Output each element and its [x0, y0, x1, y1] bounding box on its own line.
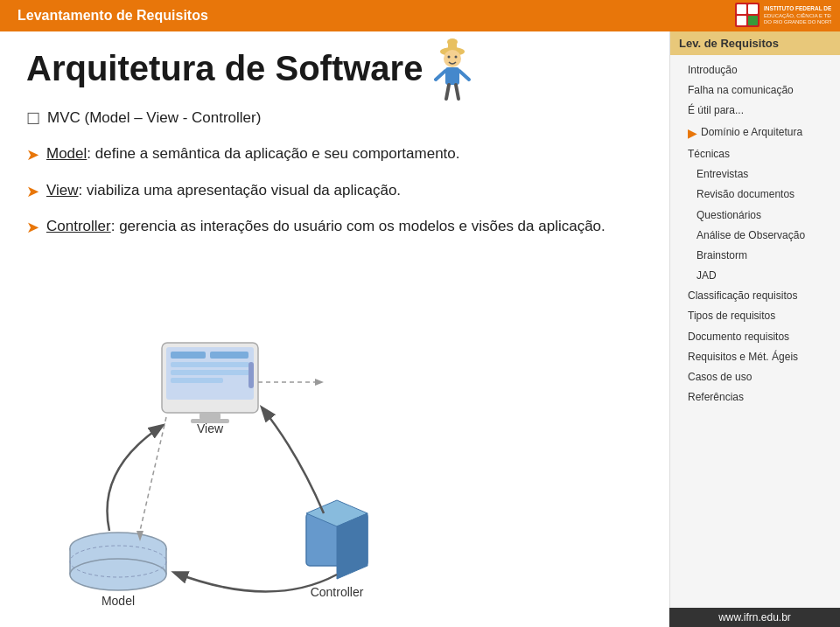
sidebar-item-jad[interactable]: JAD — [670, 266, 840, 286]
bullet-view-text: View: viabiliza uma apresentação visual … — [46, 182, 401, 199]
svg-rect-24 — [171, 370, 249, 375]
sidebar-nav: Introdução Falha na comunicação É útil p… — [670, 55, 840, 627]
mvc-diagram-area: View Controller Model — [26, 338, 446, 618]
sidebar-item-entrevistas[interactable]: Entrevistas — [670, 164, 840, 185]
svg-rect-21 — [171, 352, 206, 359]
sidebar-item-requisitos-ageis[interactable]: Requisitos e Mét. Ágeis — [670, 347, 840, 367]
sidebar-item-label: Revisão documentos — [696, 186, 794, 203]
sidebar-item-label: Entrevistas — [696, 166, 748, 183]
arrow-icon-view: ➤ — [26, 182, 39, 202]
ifrn-logo-icon: INSTITUTO FEDERAL DE EDUCAÇÃO, CIÊNCIA E… — [735, 3, 831, 29]
bullet-model-text: Model: define a semântica da aplicação e… — [46, 145, 460, 163]
page-title: Arquitetura de Software — [26, 49, 643, 87]
svg-rect-27 — [200, 413, 220, 420]
svg-line-40 — [140, 417, 166, 531]
bullet-controller: ➤ Controller: gerencia as interações do … — [26, 218, 643, 238]
top-bar-title: Levantamento de Requisitos — [18, 8, 208, 24]
sidebar-item-label: Documento requisitos — [688, 329, 789, 345]
left-content: Arquitetura de Software ☐ MVC (Model – V… — [0, 31, 669, 627]
sidebar-item-casos-uso[interactable]: Casos de uso — [670, 367, 840, 387]
svg-text:INSTITUTO FEDERAL DE: INSTITUTO FEDERAL DE — [764, 5, 831, 11]
sidebar-item-label: JAD — [696, 268, 717, 284]
svg-rect-22 — [210, 352, 248, 359]
character-figure — [429, 36, 477, 105]
svg-line-17 — [446, 85, 449, 99]
sidebar-item-dominio[interactable]: ▶ Domínio e Arquitetura — [670, 122, 840, 144]
mvc-diagram-svg: View Controller Model — [26, 338, 446, 610]
bullet-controller-text: Controller: gerencia as interações do us… — [46, 218, 606, 235]
sidebar-item-util[interactable]: É útil para... — [670, 101, 840, 121]
right-sidebar: Lev. de Requisitos Introdução Falha na c… — [669, 31, 840, 627]
sidebar-item-analise[interactable]: Análise de Observação — [670, 226, 840, 246]
svg-point-13 — [455, 56, 458, 59]
svg-text:EDUCAÇÃO, CIÊNCIA E TECNOLOGIA: EDUCAÇÃO, CIÊNCIA E TECNOLOGIA — [764, 12, 831, 18]
sidebar-item-label: Classificação requisitos — [688, 288, 797, 304]
svg-point-11 — [444, 50, 461, 67]
controller-diagram-label: Controller — [311, 585, 364, 599]
svg-rect-23 — [171, 362, 249, 367]
bullet-view: ➤ View: viabiliza uma apresentação visua… — [26, 182, 643, 202]
svg-line-15 — [436, 71, 445, 80]
svg-line-16 — [459, 71, 469, 80]
view-label: View — [46, 182, 79, 199]
svg-point-12 — [448, 56, 451, 59]
sidebar-item-brainstorm[interactable]: Brainstorm — [670, 246, 840, 266]
top-bar: Levantamento de Requisitos INSTITUTO FED… — [0, 0, 840, 31]
sidebar-item-label: Tipos de requisitos — [688, 308, 775, 324]
sidebar-item-label: Brainstorm — [696, 247, 747, 264]
sidebar-arrow-icon: ▶ — [688, 123, 697, 143]
arrow-icon-model: ➤ — [26, 145, 39, 165]
sidebar-item-label: Falha na comunicação — [688, 82, 794, 99]
sidebar-item-label: Casos de uso — [688, 369, 752, 386]
svg-rect-14 — [445, 67, 459, 85]
sidebar-item-label: Requisitos e Mét. Ágeis — [688, 349, 798, 366]
svg-rect-26 — [248, 362, 254, 388]
sidebar-item-label: Análise de Observação — [696, 227, 805, 244]
sidebar-item-classificacao[interactable]: Classificação requisitos — [670, 286, 840, 306]
view-diagram-label: View — [197, 421, 224, 435]
bullet-mvc: ☐ MVC (Model – View - Controller) — [26, 109, 643, 129]
arrow-icon-controller: ➤ — [26, 218, 39, 238]
svg-rect-4 — [748, 16, 758, 25]
bullet-mvc-text: MVC (Model – View - Controller) — [47, 109, 261, 127]
sidebar-item-label: É útil para... — [688, 102, 744, 119]
sidebar-item-label: Referências — [688, 389, 744, 406]
sidebar-item-tecnicas[interactable]: Técnicas — [670, 144, 840, 164]
sidebar-item-introducao[interactable]: Introdução — [670, 60, 840, 80]
sidebar-item-questionarios[interactable]: Questionários — [670, 206, 840, 226]
svg-rect-2 — [748, 4, 758, 14]
svg-rect-3 — [737, 16, 746, 25]
svg-text:DO RIO GRANDE DO NORTE: DO RIO GRANDE DO NORTE — [764, 19, 831, 24]
sidebar-item-tipos[interactable]: Tipos de requisitos — [670, 306, 840, 326]
sidebar-item-label: Introdução — [688, 62, 738, 79]
sidebar-header: Lev. de Requisitos — [670, 31, 840, 55]
svg-point-36 — [70, 559, 166, 590]
sidebar-item-label: Questionários — [696, 207, 761, 224]
svg-rect-1 — [737, 4, 746, 14]
checkbox-icon: ☐ — [26, 109, 40, 129]
svg-point-10 — [447, 38, 458, 45]
model-label: Model — [46, 145, 87, 162]
footer-url: www.ifrn.edu.br — [669, 608, 840, 627]
bullet-model: ➤ Model: define a semântica da aplicação… — [26, 145, 643, 165]
main-wrapper: Arquitetura de Software ☐ MVC (Model – V… — [0, 31, 840, 627]
svg-marker-39 — [315, 379, 324, 386]
sidebar-item-label: Domínio e Arquitetura — [701, 124, 802, 141]
sidebar-item-label: Técnicas — [688, 146, 730, 163]
sidebar-item-documento[interactable]: Documento requisitos — [670, 327, 840, 347]
svg-rect-25 — [171, 378, 223, 383]
sidebar-item-revisao[interactable]: Revisão documentos — [670, 185, 840, 205]
svg-line-18 — [456, 85, 458, 99]
sidebar-item-falha[interactable]: Falha na comunicação — [670, 80, 840, 101]
sidebar-item-referencias[interactable]: Referências — [670, 387, 840, 408]
model-diagram-label: Model — [102, 594, 135, 608]
controller-label: Controller — [46, 218, 111, 234]
